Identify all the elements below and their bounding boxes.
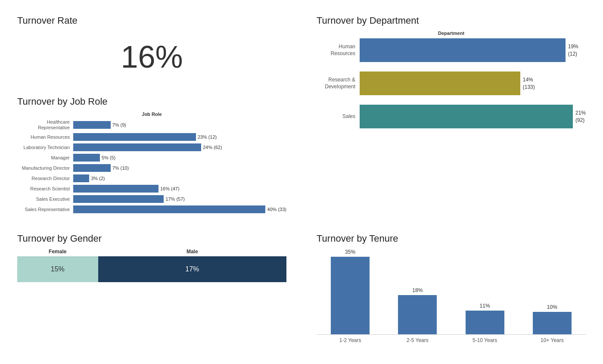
jobrole-bar-value: 24% (62) <box>203 145 222 150</box>
jobrole-bar-label: Manufacturing Director <box>17 165 73 171</box>
jobrole-bar-label: Healthcare Representative <box>17 119 73 131</box>
jobrole-bar-value: 7% (9) <box>112 122 126 128</box>
tenure-col: 18% <box>398 249 437 334</box>
dept-bar-value: 21%(92) <box>575 109 586 124</box>
dept-bar-row: HumanResources 19%(12) <box>317 38 586 62</box>
dept-bar-value: 14%(133) <box>523 76 535 91</box>
jobrole-bar-label: Human Resources <box>17 134 73 140</box>
jobrole-bar-track: 16% (47) <box>73 185 286 193</box>
dept-bar-chart: HumanResources 19%(12) Research &Develop… <box>317 38 586 128</box>
dept-bar-row: Sales 21%(92) <box>317 105 586 128</box>
jobrole-bar-track: 5% (5) <box>73 154 286 162</box>
tenure-col: 11% <box>466 249 504 334</box>
tenure-x-labels: 1-2 Years2-5 Years5-10 Years10+ Years <box>317 337 586 343</box>
turnover-dept-title: Turnover by Department <box>317 15 586 26</box>
female-label: Female <box>17 249 98 255</box>
dept-bar-track: 14%(133) <box>360 72 586 95</box>
dept-bar-fill <box>360 72 520 95</box>
jobrole-bar-value: 23% (12) <box>198 134 217 140</box>
turnover-jobrole-title: Turnover by Job Role <box>17 96 286 107</box>
dept-bar-fill <box>360 38 566 62</box>
jobrole-bar-fill <box>73 164 111 172</box>
tenure-col: 35% <box>331 249 370 334</box>
jobrole-bar-track: 24% (62) <box>73 143 286 151</box>
male-bar: 17% <box>98 256 287 282</box>
jobrole-bar-fill <box>73 133 196 141</box>
jobrole-axis-label: Job Role <box>17 112 286 117</box>
turnover-jobrole-panel: Turnover by Job Role Job Role Healthcare… <box>9 90 295 222</box>
male-label: Male <box>98 249 287 255</box>
jobrole-bar-fill <box>73 195 164 203</box>
tenure-pct-label: 10% <box>547 304 557 310</box>
jobrole-bar-label: Sales Representative <box>17 207 73 212</box>
dept-bar-label: Research &Development <box>317 77 360 90</box>
turnover-rate-title: Turnover Rate <box>17 15 78 26</box>
jobrole-bar-track: 17% (57) <box>73 195 286 203</box>
dept-bar-fill <box>360 105 573 128</box>
jobrole-bar-fill <box>73 121 111 129</box>
tenure-pct-label: 35% <box>345 249 355 255</box>
jobrole-bar-track: 7% (9) <box>73 121 286 129</box>
dept-bar-track: 19%(12) <box>360 38 586 62</box>
turnover-tenure-panel: Turnover by Tenure 35% 18% 11% 10% 1-2 Y… <box>308 227 594 350</box>
jobrole-bar-row: Healthcare Representative 7% (9) <box>17 119 286 131</box>
tenure-bar <box>466 311 504 335</box>
jobrole-bar-row: Sales Representative 40% (33) <box>17 205 286 213</box>
jobrole-bar-row: Manufacturing Director 7% (10) <box>17 164 286 172</box>
jobrole-bar-track: 40% (33) <box>73 205 286 213</box>
jobrole-bar-value: 16% (47) <box>160 186 180 191</box>
dept-bar-track: 21%(92) <box>360 105 586 128</box>
turnover-gender-panel: Turnover by Gender Female Male 15% 17% <box>9 227 295 350</box>
jobrole-bar-chart: Healthcare Representative 7% (9) Human R… <box>17 119 286 213</box>
jobrole-bar-label: Research Director <box>17 176 73 181</box>
tenure-pct-label: 18% <box>412 287 423 293</box>
tenure-bar <box>331 257 370 334</box>
jobrole-bar-value: 17% (57) <box>165 196 185 202</box>
turnover-rate-panel: Turnover Rate 16% <box>9 9 295 85</box>
jobrole-bar-label: Laboratory Technician <box>17 145 73 150</box>
gender-chart: Female Male 15% 17% <box>17 249 286 282</box>
tenure-x-label: 1-2 Years <box>331 337 370 343</box>
jobrole-bar-row: Sales Executive 17% (57) <box>17 195 286 203</box>
jobrole-bar-value: 3% (2) <box>91 176 105 181</box>
jobrole-bar-label: Sales Executive <box>17 196 73 202</box>
jobrole-bar-fill <box>73 174 89 182</box>
jobrole-bar-label: Research Scientist <box>17 186 73 192</box>
tenure-x-label: 5-10 Years <box>466 337 504 343</box>
dept-bar-label: HumanResources <box>317 44 360 57</box>
jobrole-bar-track: 23% (12) <box>73 133 286 141</box>
dashboard: Turnover Rate 16% Turnover by Department… <box>9 9 594 350</box>
tenure-bar <box>533 312 572 334</box>
tenure-col: 10% <box>533 249 572 334</box>
tenure-bar <box>398 295 437 335</box>
jobrole-bar-value: 5% (5) <box>102 155 115 160</box>
turnover-gender-title: Turnover by Gender <box>17 233 286 244</box>
jobrole-bar-row: Research Scientist 16% (47) <box>17 185 286 193</box>
dept-bar-row: Research &Development 14%(133) <box>317 72 586 95</box>
jobrole-bar-value: 7% (10) <box>112 165 129 171</box>
dept-axis-label: Department <box>317 31 586 36</box>
jobrole-bar-row: Research Director 3% (2) <box>17 174 286 182</box>
jobrole-bar-row: Human Resources 23% (12) <box>17 133 286 141</box>
tenure-pct-label: 11% <box>480 303 490 309</box>
gender-bars: 15% 17% <box>17 256 286 282</box>
jobrole-bar-value: 40% (33) <box>267 207 286 212</box>
female-bar: 15% <box>17 256 98 282</box>
turnover-dept-panel: Turnover by Department Department HumanR… <box>308 9 594 222</box>
tenure-chart: 35% 18% 11% 10% <box>317 249 586 335</box>
jobrole-bar-label: Manager <box>17 155 73 161</box>
jobrole-bar-fill <box>73 154 100 162</box>
jobrole-bar-row: Manager 5% (5) <box>17 154 286 162</box>
jobrole-bar-row: Laboratory Technician 24% (62) <box>17 143 286 151</box>
tenure-x-label: 10+ Years <box>533 337 572 343</box>
turnover-rate-value: 16% <box>17 39 286 75</box>
jobrole-bar-track: 7% (10) <box>73 164 286 172</box>
dept-bar-label: Sales <box>317 113 360 120</box>
jobrole-bar-fill <box>73 185 159 193</box>
jobrole-bar-fill <box>73 143 201 151</box>
dept-bar-value: 19%(12) <box>568 43 578 58</box>
jobrole-bar-track: 3% (2) <box>73 174 286 182</box>
jobrole-bar-fill <box>73 205 265 213</box>
turnover-tenure-title: Turnover by Tenure <box>317 233 586 244</box>
gender-labels: Female Male <box>17 249 286 255</box>
